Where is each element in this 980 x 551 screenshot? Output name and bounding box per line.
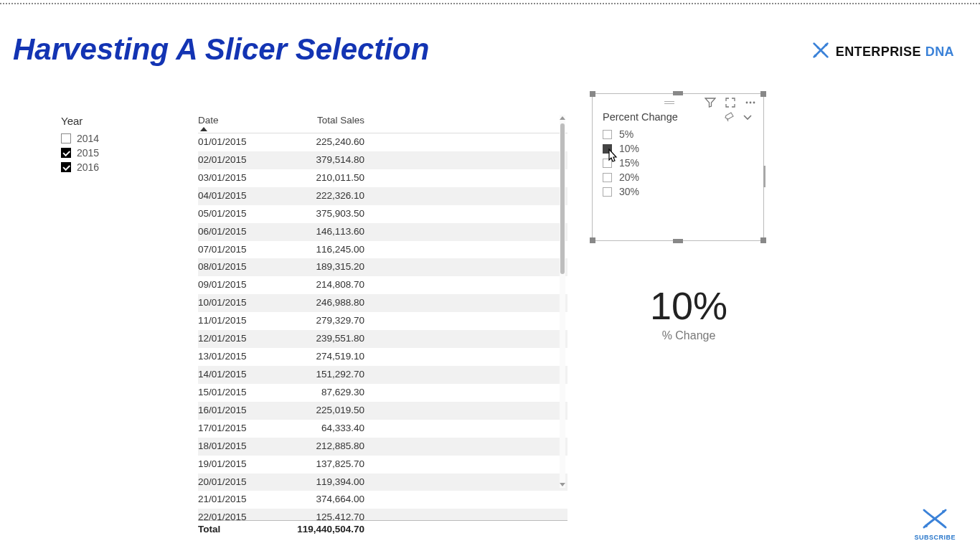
table-row[interactable]: 21/01/2015374,664.00 bbox=[198, 491, 567, 509]
clear-selections-icon[interactable] bbox=[723, 111, 735, 123]
resize-handle[interactable] bbox=[760, 237, 766, 243]
focus-mode-icon[interactable] bbox=[725, 97, 736, 108]
table-row[interactable]: 02/01/2015379,514.80 bbox=[198, 151, 567, 169]
cell-sales: 222,326.10 bbox=[286, 189, 364, 204]
table-row[interactable]: 16/01/2015225,019.50 bbox=[198, 402, 567, 420]
svg-point-7 bbox=[925, 524, 928, 527]
table-row[interactable]: 14/01/2015151,292.70 bbox=[198, 366, 567, 384]
table-row[interactable]: 01/01/2015225,240.60 bbox=[198, 133, 567, 151]
col-header-sales[interactable]: Total Sales bbox=[286, 115, 364, 131]
year-item-2016[interactable]: 2016 bbox=[61, 160, 161, 174]
pct-label: 30% bbox=[619, 186, 639, 197]
drag-handle-icon[interactable] bbox=[664, 101, 674, 104]
table-row[interactable]: 09/01/2015214,808.70 bbox=[198, 276, 567, 294]
pct-item-15[interactable]: 15% bbox=[603, 156, 753, 170]
year-slicer-header: Year bbox=[61, 115, 161, 127]
sales-table[interactable]: Date Total Sales 01/01/2015225,240.6002/… bbox=[198, 115, 567, 495]
table-row[interactable]: 10/01/2015246,988.80 bbox=[198, 294, 567, 312]
resize-handle[interactable] bbox=[763, 166, 765, 187]
cell-sales: 87,629.30 bbox=[286, 385, 364, 400]
year-slicer[interactable]: Year 2014 2015 2016 bbox=[61, 115, 161, 174]
checkbox-icon[interactable] bbox=[61, 133, 71, 143]
year-item-2014[interactable]: 2014 bbox=[61, 131, 161, 146]
resize-handle[interactable] bbox=[590, 237, 595, 243]
more-options-icon[interactable] bbox=[745, 97, 756, 108]
cell-date: 08/01/2015 bbox=[198, 260, 264, 275]
table-scrollbar[interactable] bbox=[560, 115, 565, 488]
cell-date: 16/01/2015 bbox=[198, 403, 264, 418]
cell-date: 04/01/2015 bbox=[198, 189, 264, 204]
cell-sales: 116,245.00 bbox=[286, 242, 364, 258]
cell-sales: 212,885.80 bbox=[286, 439, 364, 454]
pct-item-20[interactable]: 20% bbox=[603, 170, 753, 184]
svg-point-8 bbox=[942, 510, 945, 513]
cell-sales: 225,240.60 bbox=[286, 135, 364, 150]
checkbox-icon[interactable] bbox=[603, 144, 612, 154]
checkbox-checked-icon[interactable] bbox=[61, 162, 71, 172]
filter-icon[interactable] bbox=[705, 97, 716, 108]
table-row[interactable]: 11/01/2015279,329.70 bbox=[198, 312, 567, 330]
cell-date: 18/01/2015 bbox=[198, 439, 264, 454]
cell-sales: 374,664.00 bbox=[286, 492, 364, 507]
table-row[interactable]: 06/01/2015146,113.60 bbox=[198, 223, 567, 241]
pct-label: 20% bbox=[619, 171, 639, 183]
cell-sales: 246,988.80 bbox=[286, 296, 364, 311]
scroll-thumb[interactable] bbox=[560, 123, 565, 274]
subscribe-badge[interactable]: SUBSCRIBE bbox=[914, 508, 956, 541]
cell-sales: 146,113.60 bbox=[286, 225, 364, 240]
cell-sales: 379,514.80 bbox=[286, 153, 364, 168]
card-label: % Change bbox=[595, 329, 782, 342]
total-value: 119,440,504.70 bbox=[286, 524, 364, 534]
subscribe-label: SUBSCRIBE bbox=[914, 534, 956, 541]
resize-handle[interactable] bbox=[673, 91, 683, 95]
brand-logo: ENTERPRISE DNA bbox=[810, 39, 954, 64]
sort-ascending-icon[interactable] bbox=[200, 127, 207, 131]
table-row[interactable]: 20/01/2015119,394.00 bbox=[198, 474, 567, 491]
resize-handle[interactable] bbox=[673, 239, 683, 243]
table-row[interactable]: 03/01/2015210,011.50 bbox=[198, 169, 567, 187]
table-header: Date Total Sales bbox=[198, 115, 567, 133]
pct-item-30[interactable]: 30% bbox=[603, 184, 753, 199]
total-label: Total bbox=[198, 524, 264, 534]
pct-label: 5% bbox=[619, 128, 633, 140]
table-row[interactable]: 07/01/2015116,245.00 bbox=[198, 241, 567, 259]
table-row[interactable]: 13/01/2015274,519.10 bbox=[198, 348, 567, 366]
table-row[interactable]: 05/01/2015375,903.50 bbox=[198, 205, 567, 223]
svg-point-4 bbox=[746, 102, 748, 104]
chevron-down-icon[interactable] bbox=[742, 111, 753, 123]
scroll-down-icon[interactable] bbox=[560, 483, 565, 486]
year-item-2015[interactable]: 2015 bbox=[61, 146, 161, 160]
table-row[interactable]: 18/01/2015212,885.80 bbox=[198, 438, 567, 456]
checkbox-icon[interactable] bbox=[603, 173, 612, 182]
scroll-up-icon[interactable] bbox=[560, 116, 565, 120]
table-row[interactable]: 08/01/2015189,315.20 bbox=[198, 258, 567, 276]
checkbox-checked-icon[interactable] bbox=[61, 148, 71, 158]
card-value: 10% bbox=[595, 283, 782, 328]
table-total-row: Total 119,440,504.70 bbox=[198, 520, 567, 534]
col-header-date[interactable]: Date bbox=[198, 115, 264, 126]
pct-item-5[interactable]: 5% bbox=[603, 127, 753, 141]
table-row[interactable]: 04/01/2015222,326.10 bbox=[198, 187, 567, 205]
table-row[interactable]: 15/01/201587,629.30 bbox=[198, 384, 567, 402]
cell-sales: 151,292.70 bbox=[286, 367, 364, 382]
cell-date: 03/01/2015 bbox=[198, 171, 264, 186]
resize-handle[interactable] bbox=[590, 91, 595, 97]
cell-date: 07/01/2015 bbox=[198, 242, 264, 258]
cell-date: 19/01/2015 bbox=[198, 457, 264, 472]
table-row[interactable]: 12/01/2015239,551.80 bbox=[198, 330, 567, 348]
percent-change-card[interactable]: 10% % Change bbox=[595, 283, 782, 342]
percent-change-slicer[interactable]: Percent Change 5% 10% 15% 20% bbox=[592, 93, 764, 241]
cell-sales: 375,903.50 bbox=[286, 207, 364, 222]
table-row[interactable]: 19/01/2015137,825.70 bbox=[198, 456, 567, 474]
table-row[interactable]: 17/01/201564,333.40 bbox=[198, 420, 567, 438]
checkbox-icon[interactable] bbox=[603, 187, 612, 197]
cell-sales: 125,412.70 bbox=[286, 510, 364, 519]
visual-toolbar bbox=[593, 94, 763, 110]
resize-handle[interactable] bbox=[760, 91, 766, 97]
checkbox-icon[interactable] bbox=[603, 130, 612, 139]
pct-item-10[interactable]: 10% bbox=[603, 141, 753, 156]
table-row[interactable]: 22/01/2015 125,412.70 bbox=[198, 509, 567, 520]
cell-sales: 210,011.50 bbox=[286, 171, 364, 186]
checkbox-icon[interactable] bbox=[603, 159, 612, 168]
cell-date: 09/01/2015 bbox=[198, 278, 264, 293]
